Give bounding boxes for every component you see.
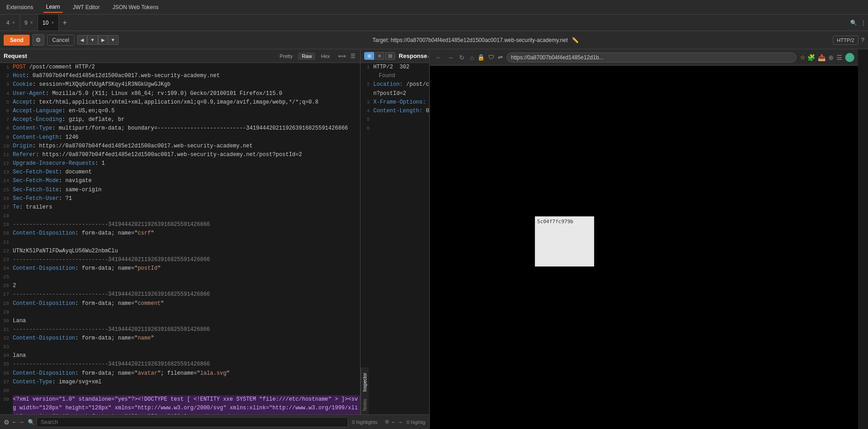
target-text: Target: https://0a87007b04f4ed1485e12d15…	[372, 37, 568, 43]
status-code: HTTP/2 302	[373, 64, 409, 70]
tab-4[interactable]: 4 ×	[2, 15, 20, 31]
line-content-19: -----------------------------34194442021…	[13, 220, 360, 229]
tab-bar: 4 × 9 × 10 × + 🔍 ⋮	[0, 15, 868, 31]
bottom-bar: ⚙ ← → 🔍 0 highlights ⚙ ← → 0 highlig	[0, 414, 429, 429]
add-tab-button[interactable]: +	[59, 17, 70, 29]
bottom-next-arrow[interactable]: →	[18, 419, 24, 425]
line-num-24: 24	[0, 264, 13, 273]
request-panel-title: Request	[4, 52, 27, 59]
request-line-3: 3Cookie: session=MiXQq6ufUUgAfSKqy4iR3NG…	[0, 80, 360, 89]
line-content-12: Upgrade-Insecure-Requests: 1	[13, 159, 360, 168]
resp-line-content-4: Content-Length: 0	[373, 107, 429, 115]
line-num-38: 38	[0, 387, 13, 395]
resp-line-content-1: HTTP/2 302Found	[373, 63, 429, 80]
browser-home[interactable]: ⌂	[468, 53, 476, 62]
string-val: comment	[138, 300, 161, 307]
line-content-15: Sec-Fetch-Site: same-origin	[13, 186, 360, 194]
tab-9-close[interactable]: ×	[30, 20, 33, 25]
browser-icon-2[interactable]: 📥	[818, 54, 826, 61]
browser-icon-3[interactable]: ⊕	[828, 54, 834, 61]
request-line-8: 8Content-Type: multipart/form-data; boun…	[0, 124, 360, 133]
resp-line-num-3: 3	[361, 98, 373, 107]
browser-back[interactable]: ←	[434, 53, 444, 62]
view-icon-grid[interactable]: ⊞	[364, 52, 374, 60]
tab-raw[interactable]: Raw	[298, 52, 315, 60]
browser-url-bar[interactable]	[507, 52, 796, 63]
browser-avatar[interactable]	[845, 53, 854, 62]
line-num-6: 6	[0, 107, 13, 115]
tab-hex[interactable]: Hex	[317, 52, 334, 60]
browser-forward[interactable]: →	[445, 53, 455, 62]
line-content-4: User-Agent: Mozilla/5.0 (X11; Linux x86_…	[13, 89, 360, 98]
menu-icon[interactable]: ☰	[350, 52, 356, 60]
tab-10-label: 10	[42, 20, 48, 26]
browser-icon-4[interactable]: ☰	[837, 54, 842, 61]
resp-header-val: 0	[426, 108, 429, 114]
request-code-area[interactable]: 1POST /post/comment HTTP/22Host: 0a87007…	[0, 63, 360, 414]
request-line-12: 12Upgrade-Insecure-Requests: 1	[0, 159, 360, 168]
word-wrap-icon[interactable]: ⟺	[337, 52, 347, 60]
bottom-next-right[interactable]: →	[397, 419, 403, 425]
browser-icon-1[interactable]: 🧩	[807, 54, 815, 61]
send-button[interactable]: Send	[4, 35, 30, 46]
tab-menu-icon[interactable]: ⋮	[861, 20, 866, 26]
bottom-prev-right[interactable]: ←	[391, 419, 397, 425]
cancel-button[interactable]: Cancel	[47, 35, 74, 46]
help-icon[interactable]: ?	[861, 37, 864, 43]
next-arrow[interactable]: ▶	[98, 35, 108, 45]
bottom-prev-arrow[interactable]: ←	[11, 419, 17, 425]
tab-9[interactable]: 9 ×	[20, 15, 38, 31]
browser-refresh[interactable]: ↻	[457, 53, 466, 62]
settings-button[interactable]: ⚙	[32, 34, 44, 46]
line-num-19: 19	[0, 220, 13, 229]
search-input[interactable]	[37, 417, 348, 427]
line-num-36: 36	[0, 369, 13, 378]
response-code-area[interactable]: 1HTTP/2 302Found2Location: /post/comment…	[361, 63, 429, 367]
resp-line-num-5: 5	[361, 115, 373, 124]
line-content-1: POST /post/comment HTTP/2	[13, 63, 360, 72]
http-version-badge[interactable]: HTTP/2	[833, 36, 858, 45]
line-content-26: 2	[13, 282, 360, 290]
response-line-4: 4Content-Length: 0	[361, 107, 429, 115]
header-name: Sec-Fetch-Site	[13, 187, 59, 193]
request-line-35: 35-----------------------------341944420…	[0, 360, 360, 369]
tab-4-close[interactable]: ×	[12, 20, 15, 25]
nav-extensions[interactable]: Extensions	[4, 2, 36, 12]
bottom-settings-icon[interactable]: ⚙	[4, 419, 10, 426]
star-icon[interactable]: ☆	[800, 54, 805, 61]
view-icon-list[interactable]: ≡	[375, 52, 384, 60]
tab-10-close[interactable]: ×	[51, 20, 54, 25]
nav-jwt-editor[interactable]: JWT Editor	[70, 2, 102, 12]
request-line-11: 11Referer: https://0a87007b04f4ed1485e12…	[0, 151, 360, 159]
view-icon-compact[interactable]: ⊟	[385, 52, 395, 60]
line-content-32: Content-Disposition: form-data; name="na…	[13, 334, 360, 343]
prev-arrow-down[interactable]: ▼	[87, 35, 98, 45]
edit-icon[interactable]: ✏️	[572, 37, 579, 43]
tab-pretty[interactable]: Pretty	[276, 52, 297, 60]
notes-tab[interactable]: Notes	[361, 395, 368, 414]
resp-header-key: Content-Length:	[373, 108, 423, 114]
prev-arrow[interactable]: ◀	[77, 35, 87, 45]
line-num-31: 31	[0, 325, 13, 334]
tab-10[interactable]: 10 ×	[38, 15, 59, 31]
request-line-22: 22UTNzK5lPaNTlFDwAyqLU56Wu22nbmClu	[0, 247, 360, 256]
request-line-23: 23-----------------------------341944420…	[0, 256, 360, 264]
tab-search-icon[interactable]: 🔍	[848, 18, 859, 28]
response-view-icons: ⊞ ≡ ⊟	[364, 52, 395, 60]
nav-json-web-tokens[interactable]: JSON Web Tokens	[110, 2, 162, 12]
line-num-5: 5	[0, 98, 13, 107]
nav-learn[interactable]: Learn	[43, 2, 63, 13]
line-num-7: 7	[0, 115, 13, 124]
header-name: Accept-Language	[13, 108, 62, 114]
nav-arrows: ◀ ▼ ▶ ▼	[77, 35, 119, 45]
browser-action-icons: 🧩 📥 ⊕ ☰	[807, 53, 854, 62]
line-num-3: 3	[0, 80, 13, 89]
bottom-settings-right[interactable]: ⚙	[385, 419, 389, 425]
next-arrow-down[interactable]: ▼	[108, 35, 119, 45]
line-content-11: Referer: https://0a87007b04f4ed1485e12d1…	[13, 151, 360, 159]
line-content-3: Cookie: session=MiXQq6ufUUgAfSKqy4iR3NGk…	[13, 80, 360, 89]
inspector-tab[interactable]: Inspector	[361, 369, 368, 395]
request-line-31: 31-----------------------------341944420…	[0, 325, 360, 334]
inspector-panel: Inspector Notes	[361, 367, 369, 414]
line-num-21: 21	[0, 238, 13, 247]
